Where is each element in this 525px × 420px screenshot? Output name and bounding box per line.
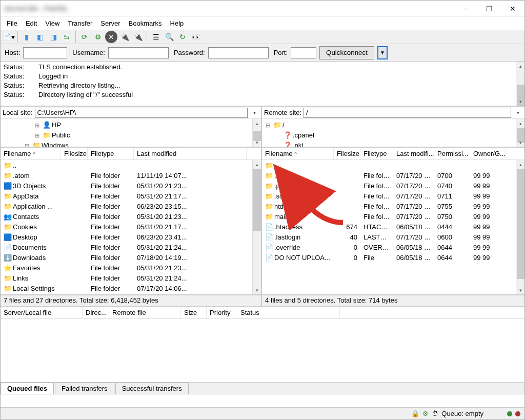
close-button[interactable]: ✕ [501,1,524,16]
column-header[interactable]: Owner/G... [470,148,506,159]
binoculars-icon[interactable]: 👀 [190,31,202,43]
username-label: Username: [72,49,105,56]
host-label: Host: [5,49,20,56]
file-row[interactable]: 👥ContactsFile folder05/31/20 21:23... [1,211,261,222]
tab-successful-transfers[interactable]: Successful transfers [115,383,189,394]
column-header[interactable]: Filesize [61,148,88,159]
file-row[interactable]: 📁.cpanelFile folder07/17/20 2...070099 9… [262,170,524,181]
menu-server[interactable]: Server [96,18,124,28]
process-icon[interactable]: ⚙ [92,31,104,43]
toolbar: 📄▾ ▮ ◧ ◨ ⇆ ⟳ ⚙ ✕ 🔌 🔌 ☰ 🔍 ↻ 👀 [1,30,524,44]
minimize-button[interactable]: ─ [454,1,477,16]
file-row[interactable]: 📁AppDataFile folder05/31/20 21:17... [1,191,261,201]
reconnect-icon[interactable]: 🔌 [132,31,144,43]
remote-path-input[interactable] [304,108,511,118]
column-header[interactable]: Permissi... [434,148,470,159]
username-input[interactable] [108,47,169,58]
column-header[interactable]: Filetype [88,148,134,159]
file-row[interactable]: 📁CookiesFile folder05/31/20 21:17... [1,222,261,232]
column-header[interactable]: Filename^ [1,148,61,159]
column-header[interactable]: Last modifi... [393,148,434,159]
file-row[interactable]: 📄.override0OVERRI...06/05/18 2...064499 … [262,242,524,252]
menu-transfer[interactable]: Transfer [64,18,96,28]
refresh-icon[interactable]: ⟳ [78,31,91,43]
queue-status: Queue: empty [441,410,483,417]
file-row[interactable]: 📁.. [262,160,524,170]
file-row[interactable]: ⬇️DownloadsFile folder07/18/20 14:19... [1,252,261,263]
file-row[interactable]: 📁mailFile folder07/17/20 2...075099 99 [262,211,524,222]
remote-path-dropdown[interactable]: ▾ [513,110,522,115]
file-row[interactable]: 📁.atomFile folder11/11/19 14:07... [1,170,261,181]
tree-node[interactable]: ⊟📁/ [264,120,522,130]
remote-summary: 4 files and 5 directories. Total size: 7… [262,295,524,306]
port-input[interactable] [291,47,316,58]
tree-node[interactable]: ❓.pki [264,141,522,147]
sync-icon[interactable]: ⇆ [60,31,73,43]
tab-queued-files[interactable]: Queued files [1,383,54,394]
log-label: Status: [4,72,30,81]
transfer-queue[interactable] [1,319,524,382]
file-row[interactable]: 📁.softaculousFile folder07/17/20 2...071… [262,191,524,201]
cancel-icon[interactable]: ✕ [105,31,117,43]
activity-dot-green [507,411,512,416]
compare-icon[interactable]: ↻ [176,31,189,43]
file-row[interactable]: 📁.. [1,160,261,170]
file-row[interactable]: 📄DO NOT UPLOA...0File06/05/18 2...064499… [262,252,524,263]
tree-node[interactable]: ⊞👤HP [3,120,259,130]
file-row[interactable]: 📁Local SettingsFile folder07/17/20 14:06… [1,283,261,293]
log-label: Status: [4,81,30,90]
password-input[interactable] [208,47,269,58]
log-pane[interactable]: Status:TLS connection established.Status… [1,62,524,107]
column-header[interactable]: Filename^ [262,148,334,159]
column-header[interactable]: Last modified [134,148,247,159]
transfer-column[interactable]: Server/Local file [1,307,83,318]
transfer-column[interactable]: Status [237,307,340,318]
local-site-label: Local site: [3,109,33,116]
local-path-dropdown[interactable]: ▾ [250,110,259,115]
host-input[interactable] [23,47,67,58]
local-path-input[interactable] [35,108,248,118]
port-label: Port: [274,49,288,56]
file-row[interactable]: 📁.pkiFile folder07/17/20 2...074099 99 [262,181,524,191]
file-row[interactable]: 📄DocumentsFile folder05/31/20 21:24... [1,242,261,252]
quickconnect-button[interactable]: Quickconnect [319,46,374,59]
password-label: Password: [174,49,205,56]
transfer-column[interactable]: Remote file [109,307,181,318]
tree-node[interactable]: ⊞📁Windows [3,141,259,147]
menu-edit[interactable]: Edit [22,18,41,28]
file-row[interactable]: ⭐FavoritesFile folder05/31/20 21:23... [1,263,261,273]
lock-icon: 🔒 [411,410,419,417]
log-text: Directory listing of "/" successful [38,90,133,99]
file-row[interactable]: 📄.htaccess674HTACCE...06/05/18 2...04449… [262,222,524,232]
transfer-column[interactable]: Priority [207,307,237,318]
column-header[interactable]: Filetype [360,148,393,159]
log-text: Retrieving directory listing... [38,81,120,90]
layout3-icon[interactable]: ◨ [47,31,59,43]
disconnect-icon[interactable]: 🔌 [118,31,131,43]
sitemanager-icon[interactable]: 📄▾ [3,31,15,43]
file-row[interactable]: 📁LinksFile folder05/31/20 21:24... [1,273,261,283]
tree-node[interactable]: ❓.cpanel [264,130,522,141]
menu-view[interactable]: View [41,18,64,28]
layout1-icon[interactable]: ▮ [21,31,33,43]
menu-help[interactable]: Help [166,18,188,28]
file-row[interactable]: 📁Application ...File folder06/23/20 23:1… [1,201,261,211]
column-header[interactable]: Filesize [334,148,360,159]
layout2-icon[interactable]: ◧ [34,31,46,43]
menu-file[interactable]: File [3,18,22,28]
tree-node[interactable]: ⊞📁Public [3,130,259,141]
file-row[interactable]: 🟦DesktopFile folder06/23/20 23:41... [1,232,261,242]
transfer-column[interactable]: Direc... [83,307,109,318]
file-row[interactable]: 📁htdocsFile folder07/17/20 2...075599 99 [262,201,524,211]
tab-failed-transfers[interactable]: Failed transfers [55,383,114,394]
file-row[interactable]: 🟦3D ObjectsFile folder05/31/20 21:23... [1,181,261,191]
settings-icon[interactable]: ⚙ [422,410,429,417]
search-icon[interactable]: 🔍 [163,31,175,43]
file-row[interactable]: 📄.lastlogin40LASTLO...07/17/20 2...06009… [262,232,524,242]
maximize-button[interactable]: ☐ [477,1,501,16]
quickconnect-dropdown[interactable]: ▼ [377,46,388,59]
transfer-column[interactable]: Size [181,307,207,318]
log-text: TLS connection established. [38,63,122,72]
filter-icon[interactable]: ☰ [150,31,162,43]
menu-bookmarks[interactable]: Bookmarks [125,18,166,28]
